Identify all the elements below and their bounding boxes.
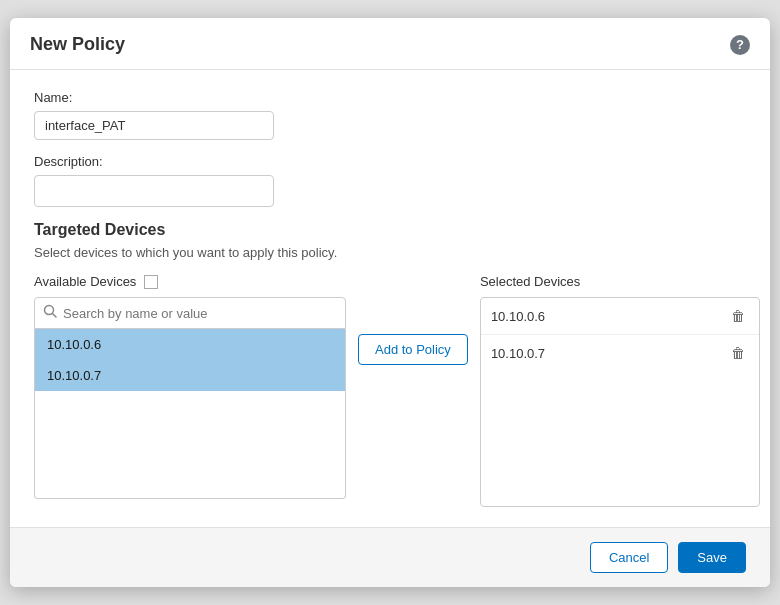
selected-devices-label: Selected Devices (480, 274, 760, 289)
search-inner (35, 298, 345, 328)
selected-item-value: 10.10.0.7 (491, 346, 545, 361)
dialog-footer: Cancel Save (10, 527, 770, 587)
description-field-group: Description: (34, 154, 746, 207)
dialog-title: New Policy (30, 34, 125, 55)
search-wrapper (34, 297, 346, 329)
available-devices-label: Available Devices (34, 274, 136, 289)
dialog-header: New Policy ? (10, 18, 770, 70)
save-button[interactable]: Save (678, 542, 746, 573)
name-field-group: Name: (34, 90, 746, 140)
add-to-policy-button[interactable]: Add to Policy (358, 334, 468, 365)
remove-item-icon[interactable]: 🗑 (727, 306, 749, 326)
description-label: Description: (34, 154, 746, 169)
name-label: Name: (34, 90, 746, 105)
targeted-devices-desc: Select devices to which you want to appl… (34, 245, 746, 260)
dialog-body: Name: Description: Targeted Devices Sele… (10, 70, 770, 527)
available-devices-panel: Available Devices (34, 274, 346, 499)
name-input[interactable] (34, 111, 274, 140)
available-list: 10.10.0.6 10.10.0.7 (34, 329, 346, 499)
available-panel-header: Available Devices (34, 274, 346, 289)
selected-item: 10.10.0.7 🗑 (481, 335, 759, 371)
selected-devices-panel: Selected Devices 10.10.0.6 🗑 10.10.0.7 🗑 (480, 274, 760, 507)
select-all-checkbox[interactable] (144, 275, 158, 289)
remove-item-icon[interactable]: 🗑 (727, 343, 749, 363)
new-policy-dialog: New Policy ? Name: Description: Targeted… (10, 18, 770, 587)
devices-layout: Available Devices (34, 274, 746, 507)
list-item[interactable]: 10.10.0.7 (35, 360, 345, 391)
selected-list: 10.10.0.6 🗑 10.10.0.7 🗑 (480, 297, 760, 507)
middle-actions: Add to Policy (358, 274, 468, 365)
search-input[interactable] (63, 306, 337, 321)
description-input[interactable] (34, 175, 274, 207)
svg-line-1 (53, 314, 57, 318)
targeted-devices-title: Targeted Devices (34, 221, 746, 239)
selected-item-value: 10.10.0.6 (491, 309, 545, 324)
search-icon (43, 304, 57, 322)
list-item[interactable]: 10.10.0.6 (35, 329, 345, 360)
help-icon[interactable]: ? (730, 35, 750, 55)
cancel-button[interactable]: Cancel (590, 542, 668, 573)
selected-item: 10.10.0.6 🗑 (481, 298, 759, 335)
